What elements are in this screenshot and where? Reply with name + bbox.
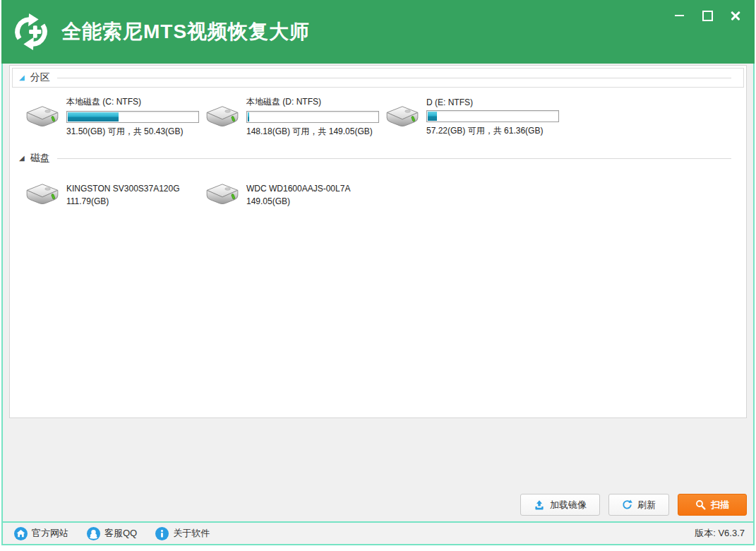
drive-info: WDC WD1600AAJS-00L7A 149.05(GB) xyxy=(246,184,350,206)
partitions-section-label: 分区 xyxy=(30,71,50,84)
qq-service-link[interactable]: 客服QQ xyxy=(87,527,137,540)
footer: 官方网站 客服QQ 关于软件 版本: V6.3.7 xyxy=(3,521,753,544)
drive-name: 本地磁盘 (D: NTFS) xyxy=(246,96,379,108)
usage-bar-fill xyxy=(428,112,437,121)
drives-panel: ◢ 分区 本地磁盘 (C: NTFS) 31.50(GB) 可用，共 50.43… xyxy=(9,65,747,418)
disk-item[interactable]: WDC WD1600AAJS-00L7A 149.05(GB) xyxy=(205,182,385,208)
app-window: 全能索尼MTS视频恢复大师 ◢ 分区 本地磁盘 (C: NTFS) xyxy=(1,0,755,548)
drive-info: KINGSTON SV300S37A120G 111.79(GB) xyxy=(66,184,180,206)
usage-bar-fill xyxy=(248,112,249,122)
drive-name: KINGSTON SV300S37A120G xyxy=(66,184,180,194)
disks-section-label: 磁盘 xyxy=(30,152,50,165)
refresh-label: 刷新 xyxy=(637,499,656,511)
section-rule xyxy=(57,158,731,159)
usage-bar xyxy=(246,111,379,123)
drive-info: 本地磁盘 (C: NTFS) 31.50(GB) 可用，共 50.43(GB) xyxy=(66,96,199,138)
drive-size: 111.79(GB) xyxy=(66,196,180,206)
disk-list: KINGSTON SV300S37A120G 111.79(GB) WDC WD… xyxy=(10,167,746,215)
section-rule xyxy=(57,78,731,78)
about-software-link[interactable]: 关于软件 xyxy=(155,527,210,540)
expander-triangle-icon: ◢ xyxy=(19,74,25,81)
usage-bar-fill xyxy=(68,112,119,122)
search-icon xyxy=(695,499,706,510)
hard-drive-icon xyxy=(385,104,420,131)
close-button[interactable] xyxy=(729,9,742,22)
drive-size: 148.18(GB) 可用，共 149.05(GB) xyxy=(246,126,379,138)
expander-triangle-icon: ◢ xyxy=(19,155,25,162)
hard-drive-icon xyxy=(205,182,240,208)
load-image-label: 加载镜像 xyxy=(550,499,587,511)
scan-label: 扫描 xyxy=(711,499,729,511)
scan-button[interactable]: 扫描 xyxy=(678,494,747,516)
qq-service-label: 客服QQ xyxy=(104,527,137,540)
titlebar: 全能索尼MTS视频恢复大师 xyxy=(1,0,755,64)
upload-icon xyxy=(534,499,545,511)
drive-size: 57.22(GB) 可用，共 61.36(GB) xyxy=(426,125,559,137)
hard-drive-icon xyxy=(205,104,240,131)
drive-name: WDC WD1600AAJS-00L7A xyxy=(246,184,350,194)
usage-bar xyxy=(66,111,199,123)
usage-bar xyxy=(426,110,559,122)
refresh-icon xyxy=(622,499,632,510)
disks-section-header[interactable]: ◢ 磁盘 xyxy=(10,149,746,167)
partitions-section-header[interactable]: ◢ 分区 xyxy=(12,68,744,88)
drive-size: 31.50(GB) 可用，共 50.43(GB) xyxy=(66,126,199,138)
maximize-icon xyxy=(702,11,713,21)
official-site-label: 官方网站 xyxy=(32,527,68,540)
app-title: 全能索尼MTS视频恢复大师 xyxy=(61,18,310,45)
minimize-button[interactable] xyxy=(673,9,685,22)
info-icon xyxy=(155,527,169,540)
drive-info: 本地磁盘 (D: NTFS) 148.18(GB) 可用，共 149.05(GB… xyxy=(246,96,379,138)
action-button-row: 加载镜像 刷新 扫描 xyxy=(520,494,747,516)
maximize-button[interactable] xyxy=(701,9,714,22)
drive-name: 本地磁盘 (C: NTFS) xyxy=(66,96,199,108)
minimize-icon xyxy=(675,15,684,16)
close-icon xyxy=(731,11,740,20)
app-body: ◢ 分区 本地磁盘 (C: NTFS) 31.50(GB) 可用，共 50.43… xyxy=(1,64,755,545)
drive-info: D (E: NTFS) 57.22(GB) 可用，共 61.36(GB) xyxy=(426,97,559,137)
app-logo-icon xyxy=(11,11,52,52)
drive-name: D (E: NTFS) xyxy=(426,97,559,107)
partition-item[interactable]: 本地磁盘 (D: NTFS) 148.18(GB) 可用，共 149.05(GB… xyxy=(205,96,385,138)
load-image-button[interactable]: 加载镜像 xyxy=(520,494,600,516)
window-controls xyxy=(673,9,742,22)
qq-penguin-icon xyxy=(87,527,100,540)
hard-drive-icon xyxy=(25,182,60,208)
partition-item[interactable]: 本地磁盘 (C: NTFS) 31.50(GB) 可用，共 50.43(GB) xyxy=(25,96,205,138)
home-icon xyxy=(14,527,28,540)
version-label: 版本: V6.3.7 xyxy=(695,527,745,540)
official-site-link[interactable]: 官方网站 xyxy=(14,527,68,540)
partition-item[interactable]: D (E: NTFS) 57.22(GB) 可用，共 61.36(GB) xyxy=(385,96,565,138)
disk-item[interactable]: KINGSTON SV300S37A120G 111.79(GB) xyxy=(25,182,205,208)
hard-drive-icon xyxy=(25,104,60,131)
drive-size: 149.05(GB) xyxy=(246,196,350,206)
about-software-label: 关于软件 xyxy=(173,527,210,540)
refresh-button[interactable]: 刷新 xyxy=(608,494,669,516)
partition-list: 本地磁盘 (C: NTFS) 31.50(GB) 可用，共 50.43(GB) … xyxy=(10,90,746,145)
